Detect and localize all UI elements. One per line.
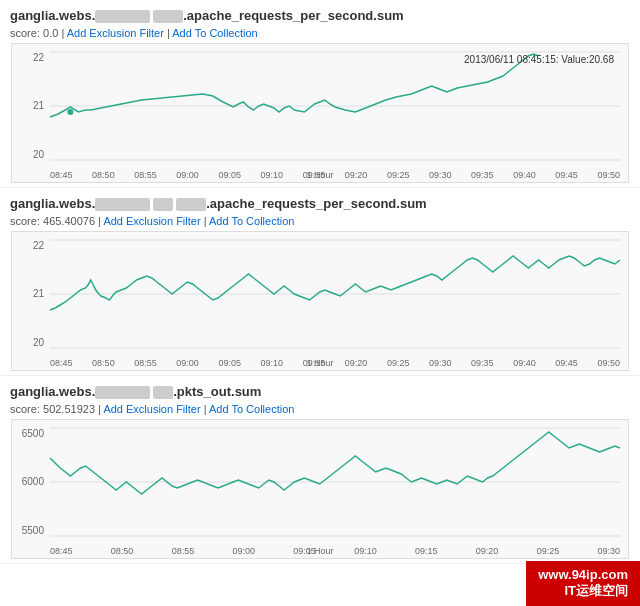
title-prefix-2: ganglia.webs. [10,196,95,211]
x-center-label-3: 1 Hour [306,546,333,556]
x-label-2-0: 08:45 [50,358,73,368]
y-label-1-top: 22 [33,52,44,63]
x-axis-3: 08:45 08:50 08:55 09:00 09:05 09:10 09:1… [50,546,620,556]
y-label-2-top: 22 [33,240,44,251]
tooltip-1: 2013/06/11 08:45:15: Value:20.68 [464,54,614,65]
y-label-2-mid: 21 [33,288,44,299]
add-collection-link-2[interactable]: Add To Collection [209,215,294,227]
x-label-3-7: 09:20 [476,546,499,556]
watermark: www.94ip.com IT运维空间 [526,561,640,606]
chart-svg-3 [50,428,620,536]
chart-section-2: ganglia.webs. .apache_requests_per_secon… [0,188,640,376]
x-label-2-4: 09:05 [218,358,241,368]
hostname-blur-1b [153,10,183,23]
chart-meta-1: score: 0.0 | Add Exclusion Filter | Add … [10,27,630,39]
x-label-3-1: 08:50 [111,546,134,556]
chart-section-3: ganglia.webs. .pkts_out.sum score: 502.5… [0,376,640,564]
chart-container-3: 6500 6000 5500 08:45 08:50 08:55 09:00 0… [11,419,629,559]
chart-meta-2: score: 465.40076 | Add Exclusion Filter … [10,215,630,227]
y-label-1-mid: 21 [33,100,44,111]
x-label-2-5: 09:10 [261,358,284,368]
chart-title-3: ganglia.webs. .pkts_out.sum [10,384,630,401]
x-label-2-3: 09:00 [176,358,199,368]
x-label-3-2: 08:55 [172,546,195,556]
hostname-blur-1a [95,10,150,23]
x-label-2-13: 09:50 [597,358,620,368]
x-label-3-3: 09:00 [232,546,255,556]
x-label-2-2: 08:55 [134,358,157,368]
x-label-2-9: 09:30 [429,358,452,368]
x-label-1-0: 08:45 [50,170,73,180]
x-label-1-8: 09:25 [387,170,410,180]
hostname-blur-2c [176,198,206,211]
title-suffix-1: .apache_requests_per_second.sum [183,8,403,23]
chart-meta-3: score: 502.51923 | Add Exclusion Filter … [10,403,630,415]
score-label-1: score: [10,27,43,39]
hostname-blur-2a [95,198,150,211]
chart-svg-2 [50,240,620,348]
x-label-2-1: 08:50 [92,358,115,368]
hostname-blur-3b [153,386,173,399]
score-value-3: 502.51923 [43,403,95,415]
hostname-blur-2b [153,198,173,211]
x-label-1-10: 09:35 [471,170,494,180]
chart-section-1: ganglia.webs. .apache_requests_per_secon… [0,0,640,188]
add-collection-link-1[interactable]: Add To Collection [172,27,257,39]
x-label-3-5: 09:10 [354,546,377,556]
x-label-1-7: 09:20 [345,170,368,180]
x-label-1-11: 09:40 [513,170,536,180]
watermark-url: www.94ip.com [538,567,628,582]
svg-point-3 [67,109,73,115]
x-label-1-1: 08:50 [92,170,115,180]
title-prefix-3: ganglia.webs. [10,384,95,399]
add-exclusion-link-1[interactable]: Add Exclusion Filter [67,27,164,39]
score-label-2: score: [10,215,43,227]
score-label-3: score: [10,403,43,415]
x-label-3-0: 08:45 [50,546,73,556]
chart-svg-1 [50,52,620,160]
title-suffix-2: .apache_requests_per_second.sum [206,196,426,211]
x-label-1-4: 09:05 [218,170,241,180]
y-axis-3: 6500 6000 5500 [12,428,48,536]
x-label-1-9: 09:30 [429,170,452,180]
x-axis-1: 08:45 08:50 08:55 09:00 09:05 09:10 09:1… [50,170,620,180]
add-exclusion-link-3[interactable]: Add Exclusion Filter [103,403,200,415]
x-label-2-12: 09:45 [555,358,578,368]
chart-inner-2 [50,240,620,348]
x-label-2-8: 09:25 [387,358,410,368]
y-axis-2: 22 21 20 [12,240,48,348]
y-label-3-mid: 6000 [22,476,44,487]
y-axis-1: 22 21 20 [12,52,48,160]
watermark-text: IT运维空间 [538,582,628,600]
chart-title-2: ganglia.webs. .apache_requests_per_secon… [10,196,630,213]
x-center-label-1: 1 Hour [306,170,333,180]
chart-inner-3 [50,428,620,536]
y-label-1-bot: 20 [33,149,44,160]
y-label-3-top: 6500 [22,428,44,439]
x-label-1-3: 09:00 [176,170,199,180]
x-label-3-8: 09:25 [537,546,560,556]
x-center-label-2: 1 Hour [306,358,333,368]
x-axis-2: 08:45 08:50 08:55 09:00 09:05 09:10 09:1… [50,358,620,368]
add-exclusion-link-2[interactable]: Add Exclusion Filter [103,215,200,227]
x-label-2-11: 09:40 [513,358,536,368]
add-collection-link-3[interactable]: Add To Collection [209,403,294,415]
x-label-1-13: 09:50 [597,170,620,180]
score-value-2: 465.40076 [43,215,95,227]
chart-inner-1: 2013/06/11 08:45:15: Value:20.68 [50,52,620,160]
x-label-2-10: 09:35 [471,358,494,368]
x-label-3-9: 09:30 [597,546,620,556]
y-label-3-bot: 5500 [22,525,44,536]
y-label-2-bot: 20 [33,337,44,348]
x-label-1-5: 09:10 [261,170,284,180]
hostname-blur-3a [95,386,150,399]
x-label-1-2: 08:55 [134,170,157,180]
x-label-2-7: 09:20 [345,358,368,368]
title-suffix-3: .pkts_out.sum [173,384,261,399]
x-label-1-12: 09:45 [555,170,578,180]
chart-title-1: ganglia.webs. .apache_requests_per_secon… [10,8,630,25]
title-prefix-1: ganglia.webs. [10,8,95,23]
score-value-1: 0.0 [43,27,58,39]
x-label-3-6: 09:15 [415,546,438,556]
chart-container-2: 22 21 20 08:45 08:50 08:55 09:00 09:05 0… [11,231,629,371]
